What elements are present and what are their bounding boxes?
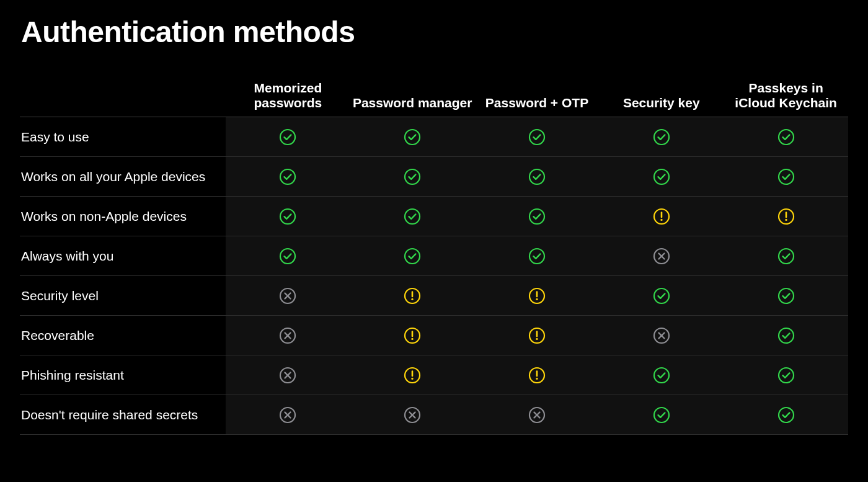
- exclamation-circle-icon: [777, 208, 795, 225]
- table-cell: [599, 128, 724, 146]
- table-cell: [599, 248, 724, 265]
- x-circle-icon: [528, 406, 546, 424]
- slide: Authentication methods Memorizedpassword…: [0, 0, 868, 447]
- check-circle-icon: [653, 367, 670, 384]
- table-cell: [599, 367, 724, 384]
- table-row: Always with you: [20, 236, 848, 276]
- check-circle-icon: [279, 168, 296, 185]
- table-cell: [475, 128, 600, 146]
- check-circle-icon: [777, 287, 795, 305]
- header-columns: Memorizedpasswords Password manager Pass…: [226, 80, 848, 112]
- table-cell: [599, 287, 724, 305]
- exclamation-circle-icon: [404, 287, 421, 305]
- check-circle-icon: [653, 287, 670, 305]
- exclamation-circle-icon: [528, 327, 546, 344]
- x-circle-icon: [279, 367, 296, 384]
- table-cell: [475, 287, 600, 305]
- table-row: Easy to use: [20, 117, 848, 157]
- x-circle-icon: [404, 406, 421, 424]
- col-header-security-key: Security key: [599, 96, 724, 112]
- table-cell: [475, 208, 600, 225]
- table-cell: [226, 287, 350, 305]
- x-circle-icon: [653, 327, 670, 344]
- row-data: [226, 395, 848, 434]
- row-label: Works on all your Apple devices: [20, 169, 226, 184]
- table-cell: [350, 406, 475, 424]
- col-header-label: Security key: [623, 96, 700, 110]
- check-circle-icon: [528, 248, 546, 265]
- row-data: [226, 197, 848, 236]
- col-header-passkeys-icloud: Passkeys iniCloud Keychain: [724, 81, 848, 112]
- comparison-table: Memorizedpasswords Password manager Pass…: [20, 80, 848, 435]
- table-cell: [599, 208, 724, 225]
- table-cell: [599, 327, 724, 344]
- row-data: [226, 316, 848, 355]
- check-circle-icon: [404, 168, 421, 185]
- check-circle-icon: [404, 208, 421, 225]
- row-label: Works on non-Apple devices: [20, 209, 226, 224]
- table-row: Works on non-Apple devices: [20, 197, 848, 236]
- table-cell: [724, 406, 848, 424]
- check-circle-icon: [279, 248, 296, 265]
- table-cell: [350, 248, 475, 265]
- col-header-memorized-passwords: Memorizedpasswords: [226, 81, 350, 112]
- x-circle-icon: [279, 327, 296, 344]
- check-circle-icon: [528, 208, 546, 225]
- table-cell: [226, 248, 350, 265]
- col-header-label: Password + OTP: [485, 96, 588, 110]
- check-circle-icon: [279, 128, 296, 146]
- row-label: Recoverable: [20, 328, 226, 343]
- table-cell: [724, 367, 848, 384]
- table-cell: [226, 128, 350, 146]
- table-cell: [226, 327, 350, 344]
- table-cell: [350, 168, 475, 185]
- check-circle-icon: [404, 248, 421, 265]
- row-label: Security level: [20, 288, 226, 303]
- table-cell: [475, 367, 600, 384]
- check-circle-icon: [777, 367, 795, 384]
- table-cell: [475, 327, 600, 344]
- check-circle-icon: [777, 248, 795, 265]
- check-circle-icon: [653, 128, 670, 146]
- col-header-label: Passkeys iniCloud Keychain: [735, 81, 837, 110]
- x-circle-icon: [279, 287, 296, 305]
- table-row: Works on all your Apple devices: [20, 157, 848, 197]
- check-circle-icon: [528, 168, 546, 185]
- slide-title: Authentication methods: [21, 15, 848, 49]
- table-row: Recoverable: [20, 316, 848, 355]
- table-cell: [226, 406, 350, 424]
- row-label: Doesn't require shared secrets: [20, 408, 226, 422]
- table-cell: [475, 248, 600, 265]
- table-cell: [350, 367, 475, 384]
- table-cell: [724, 128, 848, 146]
- table-row: Security level: [20, 276, 848, 316]
- exclamation-circle-icon: [404, 367, 421, 384]
- table-cell: [724, 208, 848, 225]
- col-header-password-otp: Password + OTP: [475, 96, 600, 112]
- check-circle-icon: [528, 128, 546, 146]
- table-cell: [226, 168, 350, 185]
- col-header-label: Memorizedpasswords: [254, 81, 322, 110]
- table-cell: [724, 287, 848, 305]
- table-row: Doesn't require shared secrets: [20, 395, 848, 435]
- row-data: [226, 355, 848, 395]
- table-cell: [350, 208, 475, 225]
- table-cell: [226, 367, 350, 384]
- check-circle-icon: [777, 406, 795, 424]
- row-data: [226, 276, 848, 315]
- table-header-row: Memorizedpasswords Password manager Pass…: [20, 80, 848, 117]
- row-data: [226, 157, 848, 196]
- table-cell: [475, 406, 600, 424]
- col-header-password-manager: Password manager: [350, 96, 475, 112]
- table-row: Phishing resistant: [20, 355, 848, 395]
- check-circle-icon: [653, 168, 670, 185]
- col-header-label: Password manager: [353, 96, 472, 110]
- exclamation-circle-icon: [653, 208, 670, 225]
- check-circle-icon: [777, 128, 795, 146]
- table-cell: [475, 168, 600, 185]
- table-cell: [599, 168, 724, 185]
- row-label: Phishing resistant: [20, 368, 226, 383]
- row-label: Always with you: [20, 249, 226, 264]
- table-cell: [350, 128, 475, 146]
- check-circle-icon: [653, 406, 670, 424]
